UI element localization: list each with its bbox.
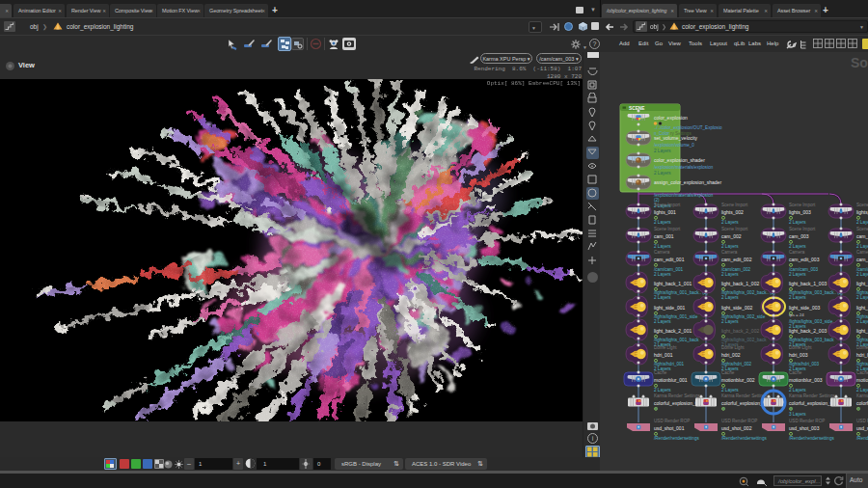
svg-text:Camera: Camera	[856, 250, 868, 255]
svg-text:USD Render ROP: USD Render ROP	[789, 419, 825, 423]
svg-text:Scene Import: Scene Import	[789, 203, 816, 207]
svg-text:hdri_002: hdri_002	[721, 352, 741, 358]
svg-text:2 Layers: 2 Layers	[721, 244, 739, 249]
svg-text:/Render/rendersettings: /Render/rendersettings	[721, 436, 767, 441]
svg-text:Camera: Camera	[721, 250, 738, 255]
svg-text:Dome Light: Dome Light	[654, 345, 677, 350]
svg-text:Scene Import: Scene Import	[856, 203, 868, 207]
svg-text:cam_edit_004: cam_edit_004	[856, 257, 868, 262]
svg-text:2 Layers: 2 Layers	[654, 244, 671, 249]
svg-text:cam_002: cam_002	[721, 233, 742, 239]
svg-text:2 Layers: 2 Layers	[721, 388, 739, 393]
svg-text:motionblur_004: motionblur_004	[856, 377, 868, 383]
svg-text:hdri_004: hdri_004	[856, 352, 868, 358]
svg-text:light_back_2_001: light_back_2_001	[654, 328, 692, 334]
svg-text:light_back_1_001: light_back_1_001	[654, 281, 692, 286]
svg-text:2 Layers: 2 Layers	[789, 295, 806, 300]
svg-text:cam_001: cam_001	[654, 233, 674, 239]
svg-text:Scene Import: Scene Import	[721, 203, 748, 207]
svg-text:2 Layers: 2 Layers	[654, 319, 671, 324]
svg-text:2 Layers: 2 Layers	[721, 319, 739, 324]
svg-text:2 Layers: 2 Layers	[654, 272, 671, 277]
svg-text:light_back_1_002: light_back_1_002	[721, 281, 759, 286]
svg-text:2 Layers: 2 Layers	[654, 220, 671, 225]
svg-text:hdri_001: hdri_001	[654, 352, 673, 358]
svg-text:/explosion/materials/explosion: /explosion/materials/explosion	[654, 165, 714, 170]
svg-text:usd_shot_004: usd_shot_004	[856, 425, 868, 431]
svg-text:3 Layers: 3 Layers	[789, 412, 806, 417]
svg-text:Scene Import: Scene Import	[654, 203, 681, 207]
svg-text:2 Layers: 2 Layers	[721, 272, 739, 277]
svg-text:2 Layers: 2 Layers	[856, 244, 868, 249]
svg-text:Cache: Cache	[856, 370, 868, 375]
svg-text:light_side_004: light_side_004	[856, 305, 868, 311]
svg-text:Dome Light: Dome Light	[789, 345, 812, 350]
svg-text:2 Layers: 2 Layers	[789, 244, 806, 249]
svg-text:Scene Import: Scene Import	[721, 227, 748, 231]
svg-text:Dome Light: Dome Light	[721, 345, 745, 350]
svg-text:Karma Render Settings: Karma Render Settings	[789, 393, 835, 398]
svg-text:colorful_explosion_0: colorful_explosion_0	[856, 400, 868, 406]
svg-text:colorful_explosion_0: colorful_explosion_0	[721, 400, 766, 406]
svg-text:USD Render ROP: USD Render ROP	[856, 419, 868, 423]
svg-text:light_side_002: light_side_002	[721, 305, 752, 311]
svg-text:2 Layers: 2 Layers	[721, 220, 739, 225]
svg-text:Camera: Camera	[789, 250, 805, 255]
svg-text:colorful_explosion_0: colorful_explosion_0	[789, 400, 833, 406]
svg-text:Scene Import: Scene Import	[789, 227, 816, 231]
svg-text:light_back_1_004: light_back_1_004	[856, 281, 868, 286]
svg-text:2 Layers: 2 Layers	[789, 388, 806, 393]
svg-text:/Render/rendersettings: /Render/rendersettings	[789, 436, 834, 441]
svg-text:/explosion/volume_0: /explosion/volume_0	[654, 143, 694, 148]
svg-text:cam_edit_001: cam_edit_001	[654, 257, 685, 262]
svg-text:lights_003: lights_003	[789, 209, 811, 215]
svg-text:usd_shot_003: usd_shot_003	[789, 425, 820, 431]
svg-text:2 Layers: 2 Layers	[856, 272, 868, 277]
svg-text:../../color_explosion/OUT_Expl: ../../color_explosion/OUT_Explosio	[654, 125, 722, 130]
svg-text:ry Settings: ry Settings	[670, 131, 692, 136]
svg-text:2 Layers: 2 Layers	[654, 149, 671, 153]
svg-text:Camera: Camera	[654, 250, 670, 255]
svg-text:/Render/rendersettings: /Render/rendersettings	[856, 436, 868, 441]
svg-text:2 Layers: 2 Layers	[654, 295, 671, 300]
svg-text:Cache: Cache	[789, 370, 802, 375]
svg-text:light_side_001: light_side_001	[654, 305, 685, 311]
svg-text:light_back_2_003: light_back_2_003	[789, 328, 827, 334]
svg-text:lights_001: lights_001	[654, 209, 676, 215]
svg-text:2 Layers: 2 Layers	[721, 295, 739, 300]
svg-text:hdri_003: hdri_003	[789, 352, 808, 358]
svg-text:colorful_explosion_0: colorful_explosion_0	[654, 400, 698, 406]
svg-text:color_explosion: color_explosion	[654, 115, 688, 121]
svg-text:usd_shot_001: usd_shot_001	[654, 425, 685, 431]
svg-text:light_side_003: light_side_003	[789, 305, 820, 311]
svg-text:/explosion/materials/explosion: /explosion/materials/explosion	[654, 193, 714, 198]
svg-text:assign_color_explosion_shader: assign_color_explosion_shader	[654, 179, 721, 185]
svg-text:n_Color: n_Color	[654, 131, 670, 136]
svg-text:Scene Import: Scene Import	[856, 227, 868, 231]
svg-text:lights_004: lights_004	[856, 209, 868, 215]
svg-text:light_back_2_002: light_back_2_002	[721, 328, 759, 334]
svg-text:Scene Import: Scene Import	[654, 227, 681, 231]
svg-text:2 Layers: 2 Layers	[856, 220, 868, 225]
svg-text:Cache: Cache	[721, 370, 735, 375]
svg-text:Karma Render Settings: Karma Render Settings	[654, 393, 700, 398]
svg-text:2 Layers: 2 Layers	[654, 171, 671, 176]
svg-text:lights_002: lights_002	[721, 209, 744, 215]
svg-text:motionblur_001: motionblur_001	[654, 377, 688, 383]
svg-text:Karma Render Settings: Karma Render Settings	[856, 393, 868, 398]
svg-text:2 Layers: 2 Layers	[856, 319, 868, 324]
svg-text:light_back_2_004: light_back_2_004	[856, 328, 868, 334]
svg-text:2 Layers: 2 Layers	[856, 388, 868, 393]
svg-text:2 Layers: 2 Layers	[789, 220, 806, 225]
svg-text:tps = 24: tps = 24	[789, 312, 804, 317]
svg-text:cam_edit_003: cam_edit_003	[789, 257, 820, 262]
svg-text:USD Render ROP: USD Render ROP	[654, 419, 690, 423]
svg-text:usd_shot_002: usd_shot_002	[721, 425, 752, 431]
svg-text:2 Layers: 2 Layers	[654, 388, 671, 393]
svg-text:Dome Light: Dome Light	[856, 345, 868, 350]
svg-text:2 Layers: 2 Layers	[856, 295, 868, 300]
svg-text:USD Render ROP: USD Render ROP	[721, 419, 757, 423]
svg-text:motionblur_002: motionblur_002	[721, 377, 755, 383]
svg-text:motionblur_003: motionblur_003	[789, 377, 823, 383]
svg-text:2 Layers: 2 Layers	[789, 272, 806, 277]
